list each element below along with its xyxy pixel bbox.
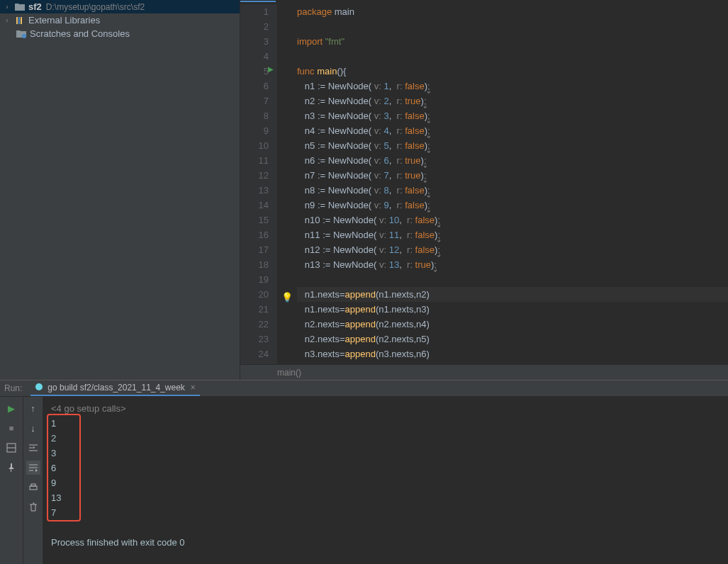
code-editor[interactable]: package main import "fmt" func main(){ n…	[277, 4, 728, 364]
external-libraries-label: External Libraries	[28, 15, 100, 26]
svg-rect-2	[21, 17, 22, 24]
scratches-icon	[16, 29, 27, 39]
svg-rect-1	[18, 17, 20, 24]
gopher-icon	[35, 383, 43, 393]
editor-area: 123456789101112131415161718192021222324 …	[240, 0, 728, 380]
run-toolbar-primary: ▶ ■	[0, 397, 23, 564]
tab-active-indicator	[240, 0, 276, 2]
run-toolbar-secondary: ↑ ↓	[23, 397, 43, 564]
scratches-label: Scratches and Consoles	[30, 28, 130, 39]
console-output[interactable]: <4 go setup calls>12369137 Process finis…	[43, 397, 728, 564]
svg-point-4	[35, 383, 43, 390]
scratches-item[interactable]: Scratches and Consoles	[0, 27, 240, 40]
run-tab[interactable]: go build sf2/class_2021_11_4_week ×	[30, 380, 200, 396]
run-tab-label: go build sf2/class_2021_11_4_week	[47, 383, 184, 393]
stop-button[interactable]: ■	[4, 421, 18, 435]
rerun-button[interactable]: ▶	[4, 401, 18, 415]
svg-rect-7	[30, 486, 37, 490]
project-path: D:\mysetup\gopath\src\sf2	[46, 2, 145, 12]
up-button[interactable]: ↑	[26, 401, 40, 415]
chevron-right-icon: ›	[3, 3, 11, 11]
project-root-item[interactable]: › sf2 D:\mysetup\gopath\src\sf2	[0, 0, 240, 13]
svg-rect-0	[16, 17, 18, 24]
breadcrumb[interactable]: main()	[240, 364, 728, 380]
scroll-to-end-button[interactable]	[26, 461, 40, 475]
down-button[interactable]: ↓	[26, 421, 40, 435]
print-button[interactable]	[26, 480, 40, 495]
layout-button[interactable]	[4, 441, 18, 455]
run-gutter-icon[interactable]: ▶	[268, 65, 274, 73]
chevron-right-icon: ›	[3, 16, 11, 24]
breadcrumb-item: main()	[277, 368, 301, 378]
svg-rect-8	[31, 484, 35, 486]
folder-icon	[14, 2, 26, 12]
run-header: Run: go build sf2/class_2021_11_4_week ×	[0, 380, 728, 397]
project-name: sf2	[28, 1, 42, 12]
pin-button[interactable]	[4, 461, 18, 475]
soft-wrap-button[interactable]	[26, 441, 40, 455]
project-sidebar: › sf2 D:\mysetup\gopath\src\sf2 › Extern…	[0, 0, 240, 380]
svg-point-3	[22, 34, 26, 38]
external-libraries-item[interactable]: › External Libraries	[0, 13, 240, 27]
close-icon[interactable]: ×	[191, 383, 196, 393]
line-gutter[interactable]: 123456789101112131415161718192021222324	[240, 4, 277, 364]
run-panel: Run: go build sf2/class_2021_11_4_week ×…	[0, 380, 728, 564]
library-icon	[14, 16, 26, 26]
run-label: Run:	[4, 383, 22, 393]
trash-button[interactable]	[26, 500, 40, 514]
